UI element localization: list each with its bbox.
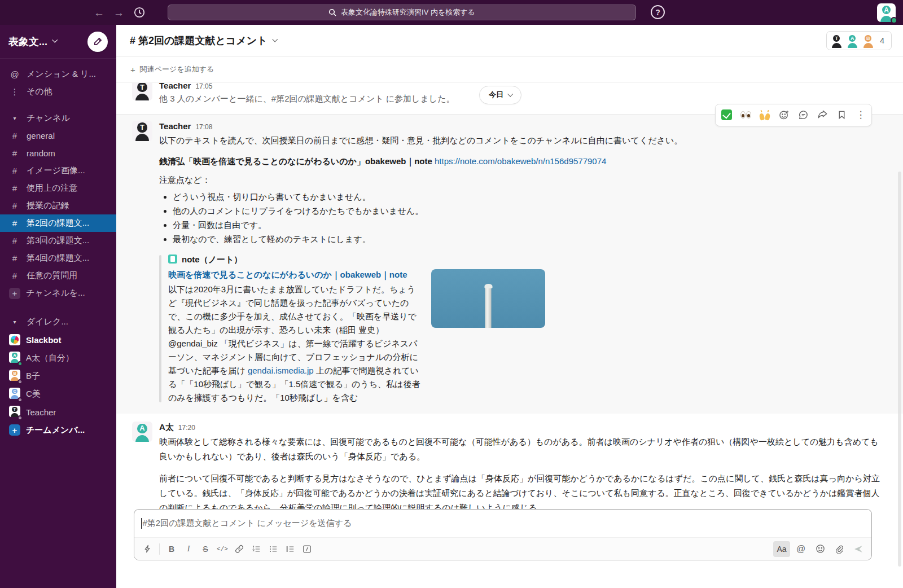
formatting-toggle-button[interactable]: Aa: [773, 541, 790, 557]
note-site-icon: [168, 254, 177, 264]
raised-hands-emoji-icon: [759, 110, 770, 120]
message-text: 前者について回復不可能であると判断する見方はなさそうなので、ひとまず論点は「身体…: [159, 471, 880, 510]
new-message-button[interactable]: [87, 32, 108, 52]
hash-icon: #: [9, 183, 20, 193]
avatar[interactable]: T: [132, 121, 152, 141]
code-block-button[interactable]: [299, 541, 315, 557]
ordered-list-button[interactable]: [248, 541, 265, 557]
sidebar-item-more[interactable]: ⋮ その他: [0, 83, 116, 100]
add-channel-button[interactable]: + チャンネルを...: [0, 284, 116, 302]
scrollbar[interactable]: [898, 172, 901, 567]
presence-offline-icon: [17, 397, 23, 402]
dm-c-mi[interactable]: C C美: [0, 385, 116, 403]
gendai-link[interactable]: gendai.ismedia.jp: [248, 366, 314, 375]
message-input[interactable]: #第2回の課題文献とコメント にメッセージを送信する: [134, 510, 871, 537]
save-message-button[interactable]: [832, 106, 851, 124]
italic-button[interactable]: I: [180, 541, 197, 557]
sidebar-item-mentions[interactable]: @ メンション & リ...: [0, 65, 116, 83]
search-bar[interactable]: 表象文化論特殊研究演習IV 内を検索する: [168, 5, 636, 20]
add-teammates-button[interactable]: + チームメンバ...: [0, 421, 116, 439]
sidebar-channel-general[interactable]: # general: [0, 127, 116, 144]
avatar[interactable]: A: [132, 422, 152, 442]
send-message-button[interactable]: [850, 541, 867, 557]
author-name[interactable]: Teacher: [159, 120, 191, 133]
date-divider-pill[interactable]: 今日: [479, 86, 521, 104]
preview-description: 以下は2020年3月に書いたまま放置していたドラフトだ。ちょうど『現代ビジネス』…: [168, 283, 423, 405]
reaction-check-emoji-button[interactable]: [717, 106, 735, 124]
channel-members-button[interactable]: T A B 4: [826, 31, 892, 50]
sidebar-channel-session4[interactable]: # 第4回の課題文...: [0, 249, 116, 267]
add-reaction-button[interactable]: [775, 106, 793, 124]
author-name[interactable]: Teacher: [159, 83, 191, 92]
workspace-name[interactable]: 表象文...: [8, 35, 47, 49]
emoji-smiley-icon: [816, 544, 825, 554]
composer-right-actions: Aa @: [773, 541, 867, 557]
history-forward-icon[interactable]: →: [113, 7, 124, 18]
timestamp[interactable]: 17:08: [195, 122, 212, 133]
message-list: T Teacher 17:05 他 3 人のメンバーと一緒に、#第2回の課題文献…: [116, 83, 903, 510]
channel-title[interactable]: # 第2回の課題文献とコメント: [130, 34, 277, 47]
sidebar-channel-class-records[interactable]: # 授業の記録: [0, 197, 116, 214]
add-page-tab[interactable]: + 関連ページを追加する: [130, 64, 214, 74]
bullet-item: 最初なので、練習として軽めのテキストにします。: [173, 232, 880, 245]
sidebar-channel-session2-active[interactable]: # 第2回の課題文...: [0, 214, 116, 232]
teacher-message: ⋮ T Teacher 17:08 以下のテキストを読んで、次回授業日の前日まで…: [116, 114, 903, 414]
paperclip-icon: [835, 545, 844, 554]
presence-online-icon: [17, 361, 23, 366]
mention-button[interactable]: @: [792, 541, 809, 557]
history-clock-icon[interactable]: [133, 6, 146, 19]
slack-app: ← → 表象文化論特殊研究演習IV 内を検索する ? A: [0, 0, 903, 588]
dm-a-taro-self[interactable]: A A太（自分）: [0, 349, 116, 367]
avatar: A: [845, 33, 860, 48]
top-nav: ← → 表象文化論特殊研究演習IV 内を検索する ? A: [0, 0, 903, 25]
sidebar-channel-random[interactable]: # random: [0, 144, 116, 162]
link-preview-card: note（ノート） 映画を倍速で見ることのなにがわるいのか｜obakeweb｜n…: [159, 253, 880, 405]
bold-button[interactable]: B: [163, 541, 180, 557]
hash-icon: #: [9, 218, 20, 228]
history-back-icon[interactable]: ←: [94, 7, 104, 18]
emoji-button[interactable]: [812, 541, 829, 557]
shortcuts-button[interactable]: [139, 541, 156, 557]
channels-section-header[interactable]: ▾ チャンネル: [0, 109, 116, 127]
dm-section-header[interactable]: ▾ ダイレク...: [0, 313, 116, 331]
inline-code-button[interactable]: </>: [214, 541, 231, 557]
dm-b-ko[interactable]: B B子: [0, 367, 116, 385]
blockquote-button[interactable]: [282, 541, 299, 557]
reaction-raised-hands-emoji-button[interactable]: [756, 106, 774, 124]
sidebar-channel-questions[interactable]: # 任意の質問用: [0, 267, 116, 284]
presence-offline-icon: [17, 379, 23, 384]
link-button[interactable]: [231, 541, 248, 557]
author-name[interactable]: A太: [159, 420, 174, 433]
timestamp[interactable]: 17:05: [195, 83, 212, 92]
blockquote-icon: [286, 545, 295, 554]
reference-url-link[interactable]: https://note.com/obakeweb/n/n156d9577907…: [435, 156, 606, 166]
user-avatar[interactable]: A: [877, 3, 896, 22]
message-composer: #第2回の課題文献とコメント にメッセージを送信する B I S </>: [134, 509, 872, 560]
strikethrough-button[interactable]: S: [197, 541, 214, 557]
sidebar-channel-usage-notes[interactable]: # 使用上の注意: [0, 179, 116, 197]
sidebar-channel-images[interactable]: # イメージ画像...: [0, 162, 116, 179]
reply-in-thread-button[interactable]: [794, 106, 812, 124]
presence-online-icon: [891, 17, 897, 24]
reaction-eyes-emoji-button[interactable]: [737, 106, 755, 124]
eyes-emoji-icon: [740, 111, 751, 119]
plus-icon: +: [9, 424, 20, 436]
bulleted-list-button[interactable]: [265, 541, 282, 557]
main-pane: # 第2回の課題文献とコメント T A B 4 + 関連ページを追加する: [116, 25, 903, 588]
timestamp[interactable]: 17:20: [178, 423, 195, 433]
forward-message-button[interactable]: [813, 106, 831, 124]
avatar[interactable]: T: [132, 83, 152, 100]
attach-file-button[interactable]: [831, 541, 848, 557]
sidebar-channel-session3[interactable]: # 第3回の課題文...: [0, 232, 116, 249]
preview-thumbnail-image[interactable]: [431, 269, 545, 328]
notes-bullet-list: どういう視点・切り口から書いてもかまいません。 他の人のコメントにリプライをつけ…: [161, 190, 880, 246]
dm-teacher[interactable]: T Teacher: [0, 403, 116, 421]
preview-title-link[interactable]: 映画を倍速で見ることのなにがわるいのか｜obakeweb｜note: [168, 268, 423, 282]
hash-icon: #: [9, 236, 20, 245]
composer-placeholder: #第2回の課題文献とコメント にメッセージを送信する: [143, 518, 352, 529]
workspace-header[interactable]: 表象文...: [0, 25, 116, 59]
dm-slackbot[interactable]: Slackbot: [0, 331, 116, 349]
more-actions-button[interactable]: ⋮: [852, 106, 870, 124]
bullet-item: 分量・回数は自由です。: [173, 218, 880, 231]
help-icon[interactable]: ?: [651, 5, 665, 19]
